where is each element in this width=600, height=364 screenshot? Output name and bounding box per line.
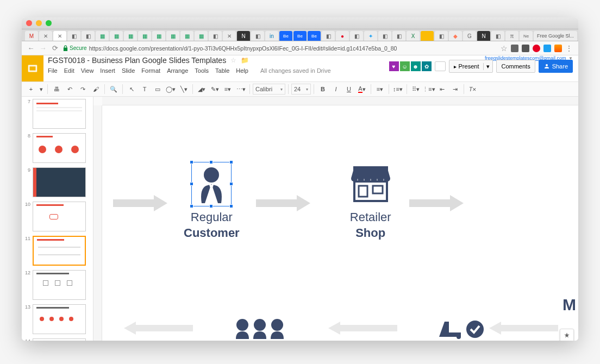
browser-tab[interactable]: ✕: [223, 31, 236, 41]
browser-tab[interactable]: ▦: [195, 31, 208, 41]
browser-tab[interactable]: G: [463, 31, 476, 41]
chat-button[interactable]: [435, 61, 446, 71]
italic-button[interactable]: I: [330, 83, 342, 95]
flow-item-retailer[interactable]: Retailer Shop: [348, 165, 393, 241]
underline-button[interactable]: U: [343, 83, 355, 95]
new-slide-dropdown[interactable]: ▾: [38, 83, 45, 95]
extension-icon[interactable]: [511, 45, 518, 52]
collaborator-avatar[interactable]: ♥: [389, 61, 399, 71]
menu-tools[interactable]: Tools: [195, 67, 209, 74]
slide-thumbnail[interactable]: 9: [23, 167, 92, 197]
browser-tab[interactable]: ▦: [96, 31, 109, 41]
resize-handle[interactable]: [229, 182, 233, 186]
browser-tab[interactable]: ▦: [138, 31, 151, 41]
pinterest-icon[interactable]: [533, 45, 540, 52]
slide-thumbnail[interactable]: 8: [23, 133, 92, 163]
slides-app-logo[interactable]: [22, 55, 43, 81]
menu-arrange[interactable]: Arrange: [167, 67, 188, 74]
zoom-button[interactable]: 🔍: [108, 83, 120, 95]
slide-canvas[interactable]: Regular Customer: [102, 105, 578, 341]
slide-thumbnail[interactable]: 13: [23, 304, 92, 334]
close-window-button[interactable]: [26, 20, 32, 26]
line-tool[interactable]: ╲▾: [178, 83, 190, 95]
resize-handle[interactable]: [190, 204, 193, 208]
browser-tab[interactable]: [421, 31, 434, 41]
browser-tab[interactable]: ▦: [180, 31, 193, 41]
slide-thumbnail[interactable]: 10: [23, 202, 92, 231]
align-button[interactable]: ≡▾: [374, 83, 386, 95]
present-button[interactable]: ▸Present ▾: [449, 60, 493, 73]
browser-tab[interactable]: ▦: [124, 31, 137, 41]
browser-tab[interactable]: ◆: [449, 31, 462, 41]
maximize-window-button[interactable]: [46, 20, 52, 26]
browser-tab[interactable]: Be: [293, 31, 307, 41]
document-title[interactable]: FGST0018 - Business Plan Google Slides T…: [48, 56, 226, 65]
text-color-button[interactable]: A▾: [356, 83, 368, 95]
menu-table[interactable]: Table: [215, 67, 229, 74]
font-family-select[interactable]: Calibri▾: [253, 84, 285, 95]
browser-tab[interactable]: ◧: [251, 31, 264, 41]
text-fragment[interactable]: M: [562, 296, 576, 314]
slide-thumbnail[interactable]: 12: [23, 270, 92, 300]
browser-tab[interactable]: ▦: [166, 31, 179, 41]
flow-label[interactable]: Regular Customer: [184, 210, 240, 241]
browser-tab[interactable]: ◧: [378, 31, 391, 41]
line-spacing-button[interactable]: ↕≡▾: [392, 83, 404, 95]
extension-icon[interactable]: [522, 45, 529, 52]
slide-thumbnail-active[interactable]: 11: [23, 236, 92, 266]
browser-tab[interactable]: ◧: [435, 31, 448, 41]
numbered-list-button[interactable]: ⠿▾: [410, 83, 422, 95]
star-icon[interactable]: ☆: [230, 57, 236, 64]
paint-format-button[interactable]: 🖌: [90, 83, 102, 95]
browser-tab[interactable]: X: [407, 31, 420, 41]
resize-handle[interactable]: [209, 160, 213, 164]
browser-tab[interactable]: ▦: [110, 31, 123, 41]
browser-tab[interactable]: ◧: [82, 31, 95, 41]
redo-button[interactable]: ↷: [77, 83, 89, 95]
clear-formatting-button[interactable]: T✕: [467, 83, 479, 95]
browser-tab[interactable]: ◧: [67, 31, 80, 41]
browser-tab[interactable]: in: [265, 31, 278, 41]
browser-tab[interactable]: N: [477, 31, 490, 41]
new-slide-button[interactable]: +: [25, 83, 37, 95]
browser-tab[interactable]: ✦: [364, 31, 377, 41]
browser-tab[interactable]: Ne: [520, 31, 533, 41]
customer-icon-selected[interactable]: [195, 165, 228, 203]
resize-handle[interactable]: [190, 182, 193, 186]
slide-thumbnail[interactable]: 14: [23, 338, 92, 341]
collaborator-avatar[interactable]: ☺: [400, 61, 410, 71]
menu-icon[interactable]: ⋮: [565, 44, 573, 53]
url-field[interactable]: https://docs.google.com/presentation/d/1…: [89, 45, 498, 52]
browser-tab[interactable]: Be: [308, 31, 321, 41]
browser-tab[interactable]: ✕: [39, 31, 52, 41]
extension-icon[interactable]: [554, 45, 562, 52]
slide-thumbnail-panel[interactable]: 7 8 9 10 11 12: [22, 97, 93, 341]
collaborator-avatar[interactable]: ✿: [422, 61, 432, 71]
menu-help[interactable]: Help: [236, 67, 248, 74]
browser-tab[interactable]: ◧: [322, 31, 335, 41]
flow-item-customer[interactable]: Regular Customer: [184, 165, 240, 241]
browser-tab[interactable]: ▦: [152, 31, 165, 41]
explore-button[interactable]: [560, 329, 574, 341]
resize-handle[interactable]: [190, 160, 193, 164]
menu-slide[interactable]: Slide: [122, 67, 135, 74]
resize-handle[interactable]: [229, 160, 233, 164]
minimize-window-button[interactable]: [36, 20, 42, 26]
print-button[interactable]: 🖶: [51, 83, 62, 95]
browser-tab[interactable]: ●: [336, 31, 349, 41]
forward-button[interactable]: →: [38, 43, 48, 53]
menu-file[interactable]: File: [48, 67, 58, 74]
textbox-tool[interactable]: T: [139, 83, 151, 95]
menu-edit[interactable]: Edit: [64, 67, 74, 74]
share-button[interactable]: Share: [539, 60, 573, 73]
comments-button[interactable]: Comments: [496, 60, 535, 73]
browser-tab[interactable]: ◧: [491, 31, 504, 41]
fill-color-button[interactable]: ◢▾: [196, 83, 208, 95]
extension-icon[interactable]: [543, 45, 551, 52]
browser-tab[interactable]: ◧: [392, 31, 405, 41]
browser-tab[interactable]: ◧: [209, 31, 222, 41]
shape-tool[interactable]: ◯▾: [165, 83, 177, 95]
browser-tab-last[interactable]: Free Google Sl...: [534, 31, 577, 41]
resize-handle[interactable]: [229, 204, 233, 208]
select-tool[interactable]: ↖: [126, 83, 138, 95]
